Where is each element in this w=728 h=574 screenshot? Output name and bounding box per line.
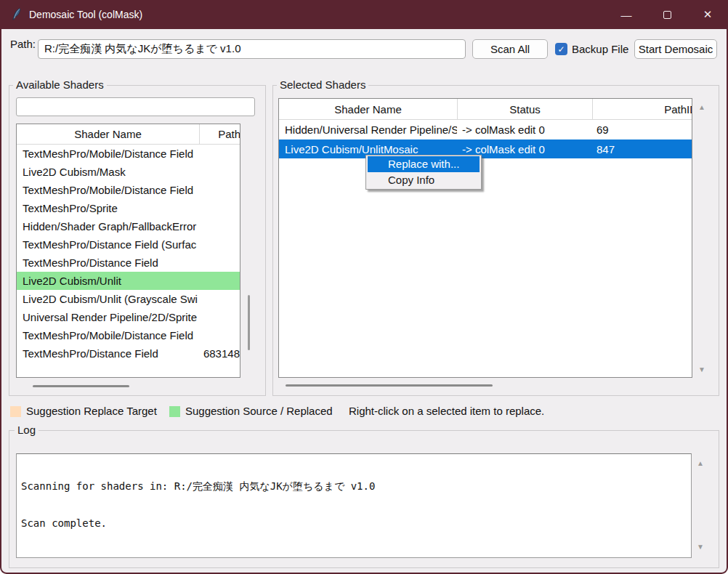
- replace-target-swatch: [10, 406, 21, 417]
- available-table-header: Shader Name Path: [17, 124, 240, 145]
- selected-col-shader-name[interactable]: Shader Name: [279, 99, 457, 119]
- selected-horizontal-scrollbar[interactable]: [286, 384, 493, 387]
- available-col-shader-name[interactable]: Shader Name: [17, 124, 199, 144]
- path-label: Path:: [10, 34, 36, 54]
- shader-name: Hidden/Shader Graph/FallbackError: [23, 217, 199, 235]
- context-menu-item-copy-info[interactable]: Copy Info: [368, 172, 480, 188]
- replace-target-label: Suggestion Replace Target: [26, 403, 157, 419]
- selected-col-pathid[interactable]: PathID: [593, 99, 692, 119]
- context-menu: Replace with... Copy Info: [365, 155, 482, 190]
- shader-search-input[interactable]: [16, 97, 255, 116]
- available-row[interactable]: Live2D Cubism/Mask: [17, 163, 240, 181]
- shader-name: TextMeshPro/Distance Field (Surfac: [23, 235, 199, 254]
- available-row[interactable]: Hidden/Shader Graph/FallbackError: [17, 217, 240, 235]
- shader-name: Hidden/Universal Render Pipeline/S: [285, 120, 457, 140]
- window-title: Demosaic Tool (colMask): [29, 0, 142, 29]
- scan-all-button[interactable]: Scan All: [472, 39, 548, 59]
- available-row[interactable]: Universal Render Pipeline/2D/Sprite: [17, 308, 240, 326]
- source-replaced-swatch: [169, 406, 180, 417]
- available-row[interactable]: TextMeshPro/Sprite: [17, 199, 240, 217]
- close-button[interactable]: ✕: [687, 0, 728, 29]
- selected-table-header: Shader Name Status PathID: [279, 99, 692, 120]
- available-row-highlighted[interactable]: Live2D Cubism/Unlit: [17, 272, 240, 290]
- selected-col-status[interactable]: Status: [458, 99, 592, 119]
- selected-shaders-table[interactable]: Shader Name Status PathID Hidden/Univers…: [278, 98, 692, 378]
- shader-name: TextMeshPro/Sprite: [23, 199, 199, 217]
- available-row[interactable]: TextMeshPro/Mobile/Distance Field: [17, 145, 240, 163]
- shader-name: Universal Render Pipeline/2D/Sprite: [23, 308, 199, 326]
- shader-pathid: 847: [596, 140, 691, 158]
- scroll-up-icon[interactable]: ▲: [695, 457, 706, 469]
- shader-name: TextMeshPro/Mobile/Distance Field: [23, 145, 199, 163]
- shader-name: TextMeshPro/Distance Field: [23, 254, 199, 272]
- scroll-down-icon[interactable]: ▼: [696, 363, 708, 375]
- shader-name: Live2D Cubism/Unlit (Grayscale Swi: [23, 290, 199, 308]
- available-row[interactable]: TextMeshPro/Mobile/Distance Field: [17, 326, 240, 344]
- available-shaders-title: Available Shaders: [13, 78, 107, 91]
- close-icon: ✕: [703, 8, 713, 21]
- log-line: Scan complete.: [21, 517, 687, 530]
- right-click-hint: Right-click on a selected item to replac…: [349, 403, 544, 419]
- shader-pathid: 69: [596, 120, 691, 140]
- available-shaders-table[interactable]: Shader Name Path TextMeshPro/Mobile/Dist…: [16, 124, 240, 378]
- available-row[interactable]: TextMeshPro/Mobile/Distance Field: [17, 181, 240, 199]
- log-line: Scanning for shaders in: R:/完全痴漢 内気なJKが堕…: [21, 480, 687, 493]
- available-horizontal-scrollbar[interactable]: [33, 385, 129, 387]
- maximize-button[interactable]: [647, 0, 687, 29]
- scroll-down-icon[interactable]: ▼: [695, 541, 706, 552]
- backup-file-label[interactable]: Backup File: [572, 39, 628, 59]
- selected-shaders-title: Selected Shaders: [277, 78, 368, 91]
- check-icon: ✓: [557, 44, 565, 54]
- available-vertical-scrollbar[interactable]: [248, 295, 250, 350]
- minimize-button[interactable]: —: [606, 0, 647, 29]
- shader-name: TextMeshPro/Mobile/Distance Field: [23, 326, 199, 344]
- log-title: Log: [15, 424, 39, 436]
- log-textarea[interactable]: Scanning for shaders in: R:/完全痴漢 内気なJKが堕…: [16, 453, 692, 558]
- available-row[interactable]: TextMeshPro/Distance Field: [17, 254, 240, 272]
- shader-pathid: 683148: [199, 344, 240, 363]
- available-row[interactable]: TextMeshPro/Distance Field 683148: [17, 344, 240, 363]
- context-menu-item-replace-with[interactable]: Replace with...: [368, 156, 480, 172]
- available-row[interactable]: Live2D Cubism/Unlit (Grayscale Swi: [17, 290, 240, 308]
- available-col-path[interactable]: Path: [200, 124, 240, 144]
- shader-name: TextMeshPro/Mobile/Distance Field: [23, 181, 199, 199]
- selected-row[interactable]: Hidden/Universal Render Pipeline/S -> co…: [279, 120, 692, 140]
- source-replaced-label: Suggestion Source / Replaced: [185, 403, 333, 419]
- start-demosaic-button[interactable]: Start Demosaic: [634, 39, 717, 59]
- available-row[interactable]: TextMeshPro/Distance Field (Surfac: [17, 235, 240, 254]
- shader-name: Live2D Cubism/Unlit: [23, 272, 199, 290]
- shader-name: TextMeshPro/Distance Field: [23, 344, 199, 363]
- maximize-icon: [663, 11, 671, 19]
- selected-row-active[interactable]: Live2D Cubism/UnlitMosaic -> colMask edi…: [279, 140, 692, 158]
- minimize-icon: —: [621, 9, 632, 21]
- shader-status: -> colMask edit 0: [462, 120, 589, 140]
- path-input[interactable]: [38, 39, 466, 59]
- titlebar[interactable]: Demosaic Tool (colMask) — ✕: [0, 0, 728, 29]
- backup-file-checkbox[interactable]: ✓: [555, 43, 567, 55]
- app-feather-icon: [10, 7, 24, 21]
- shader-name: Live2D Cubism/Mask: [23, 163, 199, 181]
- app-window: Demosaic Tool (colMask) — ✕ Path: Scan A…: [0, 0, 728, 574]
- scroll-up-icon[interactable]: ▲: [696, 101, 708, 113]
